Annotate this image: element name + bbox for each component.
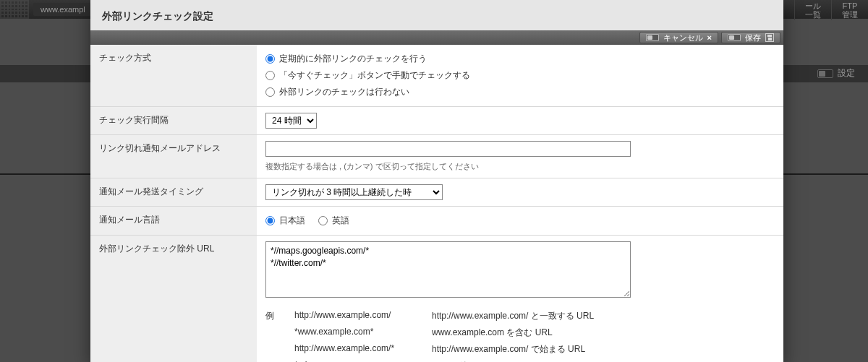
example-desc: www.example.com を含む URL <box>432 327 775 339</box>
radio-check-periodic[interactable]: 定期的に外部リンクのチェックを行う <box>265 51 775 67</box>
external-link-check-settings-modal: 外部リンクチェック設定 キャンセル × 保存 チェック方式 定期的に外部リンクの… <box>90 0 783 362</box>
notify-timing-select[interactable]: リンク切れが 3 時間以上継続した時 <box>265 184 443 200</box>
notify-email-hint: 複数指定する場合は , (カンマ) で区切って指定してください <box>265 161 775 172</box>
radio-label: 英語 <box>332 215 349 227</box>
radio-lang-en[interactable]: 英語 <box>318 212 349 229</box>
label-notify-lang: 通知メール言語 <box>90 207 257 236</box>
example-desc: http://www.example.com/ と一致する URL <box>432 310 775 322</box>
form-scroll-area[interactable]: チェック方式 定期的に外部リンクのチェックを行う 「今すぐチェック」ボタンで手動… <box>90 45 783 362</box>
radio-check-periodic-input[interactable] <box>265 54 275 64</box>
toggle-icon <box>646 34 659 41</box>
radio-lang-ja[interactable]: 日本語 <box>265 212 305 229</box>
modal-action-bar: キャンセル × 保存 <box>90 30 783 45</box>
radio-lang-ja-input[interactable] <box>265 216 275 225</box>
notify-email-input[interactable] <box>265 141 631 157</box>
label-notify-timing: 通知メール発送タイミング <box>90 178 257 207</box>
toggle-icon <box>728 34 741 41</box>
example-desc: http://www.example.com/ で始まる URL <box>432 343 775 355</box>
exclude-url-textarea[interactable] <box>265 241 631 298</box>
cancel-button[interactable]: キャンセル × <box>639 32 718 43</box>
example-pattern: *www.example.com* <box>294 327 432 339</box>
radio-lang-en-input[interactable] <box>318 216 328 225</box>
cancel-label: キャンセル <box>663 33 703 43</box>
label-exclude-url: 外部リンクチェック除外 URL <box>90 236 257 363</box>
label-check-method: チェック方式 <box>90 45 257 107</box>
example-pattern: http://www.example.com/* <box>294 343 432 355</box>
examples-heading: 例 <box>265 310 294 322</box>
label-notify-email: リンク切れ通知メールアドレス <box>90 135 257 178</box>
save-label: 保存 <box>745 33 761 43</box>
settings-form: チェック方式 定期的に外部リンクのチェックを行う 「今すぐチェック」ボタンで手動… <box>90 45 783 362</box>
radio-label: 外部リンクのチェックは行わない <box>279 86 409 98</box>
save-button[interactable]: 保存 <box>721 32 780 43</box>
example-pattern: http://www.example.com/ <box>294 310 432 322</box>
radio-label: 日本語 <box>279 215 305 227</box>
close-icon: × <box>707 33 712 42</box>
radio-check-manual[interactable]: 「今すぐチェック」ボタンで手動でチェックする <box>265 67 775 84</box>
exclude-examples: 例 http://www.example.com/ http://www.exa… <box>265 310 775 362</box>
radio-check-none-input[interactable] <box>265 87 275 97</box>
modal-title: 外部リンクチェック設定 <box>90 0 783 30</box>
radio-check-none[interactable]: 外部リンクのチェックは行わない <box>265 84 775 100</box>
radio-label: 「今すぐチェック」ボタンで手動でチェックする <box>279 69 470 82</box>
radio-check-manual-input[interactable] <box>265 71 275 80</box>
label-interval: チェック実行間隔 <box>90 107 257 135</box>
floppy-disk-icon <box>765 33 774 42</box>
interval-select[interactable]: 24 時間 <box>265 113 317 129</box>
radio-label: 定期的に外部リンクのチェックを行う <box>279 53 427 65</box>
